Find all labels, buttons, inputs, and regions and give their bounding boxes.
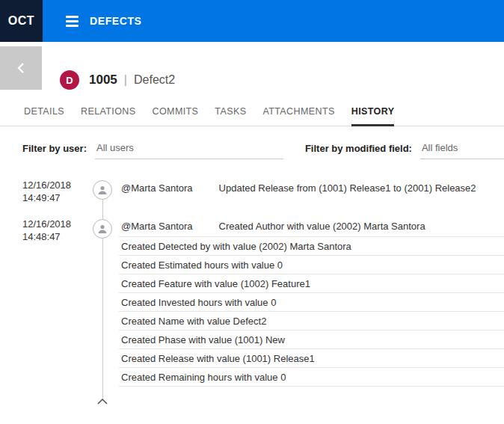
history-entry: Created Release with value (1001) Releas… [121,353,315,364]
history-timestamp: 12/16/2018 14:49:47 [22,177,91,204]
tab-details[interactable]: DETAILS [24,106,64,126]
defect-type-badge: D [60,70,79,90]
filter-by-field-label: Filter by modified field: [305,143,412,159]
history-group: 12/16/2018 14:48:47 @Marta Santora Creat… [0,216,504,387]
history-entry: Created Estimated hours with value 0 [121,259,283,271]
tab-bar: DETAILS RELATIONS COMMITS TASKS ATTACHME… [0,106,504,126]
tab-history[interactable]: HISTORY [351,106,395,126]
user-avatar-icon [93,219,112,239]
chevron-up-icon [97,399,108,405]
tab-commits[interactable]: COMMITS [153,106,199,126]
history-user: @Marta Santora [121,221,193,232]
history-time: 14:48:47 [22,230,91,243]
page-title: DEFECTS [90,15,142,27]
history-panel: 12/16/2018 14:49:47 @Marta Santora Updat… [0,177,504,408]
chevron-left-icon [17,62,25,74]
hamburger-menu-icon[interactable] [66,16,79,27]
app-logo: OCT [0,0,43,42]
history-rows: @Marta Santora Updated Release from (100… [119,177,504,198]
history-time: 14:49:47 [22,191,91,204]
history-filters: Filter by user: All users Filter by modi… [0,142,504,159]
history-entry: Created Name with value Defect2 [121,316,266,327]
filter-by-field-select[interactable]: All fields [420,142,504,159]
history-group: 12/16/2018 14:49:47 @Marta Santora Updat… [0,177,504,204]
history-date: 12/16/2018 [22,179,91,191]
filter-by-user-select[interactable]: All users [95,142,283,159]
history-row: Created Estimated hours with value 0 [119,256,504,274]
history-entry: Created Feature with value (1002) Featur… [121,278,310,289]
history-entry: Created Remaining hours with value 0 [121,372,286,383]
tab-tasks[interactable]: TASKS [215,106,246,126]
history-entry: Created Phase with value (1001) New [121,334,285,345]
history-row: @Marta Santora Updated Release from (100… [119,177,504,198]
history-entry: Created Invested hours with value 0 [121,297,276,308]
history-row: Created Invested hours with value 0 [119,293,504,312]
history-entry: Updated Release from (1001) Release1 to … [219,182,476,194]
history-date: 12/16/2018 [22,218,91,230]
history-row: @Marta Santora Created Author with value… [119,216,504,237]
history-row: Created Name with value Defect2 [119,312,504,331]
entity-name: Defect2 [134,73,175,87]
top-bar: OCT DEFECTS [0,0,504,42]
history-entry: Created Detected by with value (2002) Ma… [121,241,351,252]
history-row: Created Release with value (1001) Releas… [119,349,504,368]
entity-header: D 1005 | Defect2 [0,69,504,91]
history-row: Created Detected by with value (2002) Ma… [119,237,504,256]
sidebar-collapse-button[interactable] [0,46,42,90]
history-row: Created Phase with value (1001) New [119,331,504,349]
history-row: Created Remaining hours with value 0 [119,368,504,387]
filter-by-user-label: Filter by user: [22,143,87,159]
tab-relations[interactable]: RELATIONS [81,106,136,126]
history-rows: @Marta Santora Created Author with value… [119,216,504,387]
history-entry: Created Author with value (2002) Marta S… [219,221,425,232]
history-timestamp: 12/16/2018 14:48:47 [22,216,91,243]
history-row: Created Feature with value (1002) Featur… [119,274,504,293]
user-avatar-icon [93,180,112,200]
tab-attachments[interactable]: ATTACHMENTS [262,106,334,126]
entity-separator: | [124,73,127,87]
entity-id: 1005 [89,73,117,87]
history-user: @Marta Santora [121,182,193,194]
